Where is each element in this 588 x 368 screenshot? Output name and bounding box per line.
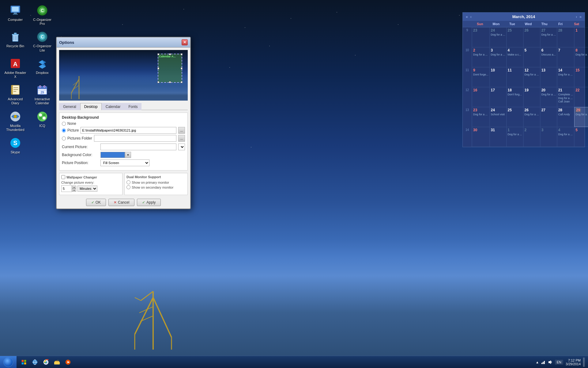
cal-day-cell[interactable]: 30 xyxy=(472,127,490,147)
cal-day-cell[interactable]: 25 xyxy=(507,27,523,47)
drag-handle-bm[interactable] xyxy=(169,81,171,83)
radio-none-input[interactable] xyxy=(62,122,66,126)
taskbar-icon-chrome[interactable] xyxy=(41,357,51,367)
cal-day-cell[interactable]: 11 xyxy=(507,67,523,87)
taskbar-icon-windows-flag[interactable] xyxy=(19,357,29,367)
cal-day-cell[interactable]: 9Dont forge... xyxy=(472,67,490,87)
cal-day-cell[interactable]: 13 xyxy=(540,67,557,87)
cal-day-cell[interactable]: 21Complete ...Dog for a ...Call Joan xyxy=(557,87,575,107)
desktop-icon-adobe-reader[interactable]: A Adobe Reader X xyxy=(3,56,28,80)
cal-day-cell[interactable]: 27 xyxy=(540,107,557,127)
cancel-button[interactable]: ✕ Cancel xyxy=(108,199,134,206)
cal-day-cell[interactable]: 18Don't forg... xyxy=(507,87,523,107)
cal-nav-next[interactable]: › xyxy=(575,15,578,19)
spinner-down[interactable]: ▼ xyxy=(72,189,76,192)
ok-button[interactable]: ✓ OK xyxy=(86,199,106,206)
desktop-icon-mozilla-thunderbird[interactable]: Mozilla Thunderbird xyxy=(3,109,28,133)
cal-day-cell[interactable]: 10 xyxy=(490,67,507,87)
interval-value-input[interactable] xyxy=(61,185,72,192)
cal-day-cell[interactable]: 6Discuss a... xyxy=(540,47,557,67)
cal-day-cell[interactable]: 17 xyxy=(490,87,507,107)
picture-browse-button[interactable]: ... xyxy=(178,127,185,134)
pictures-folder-input[interactable] xyxy=(94,135,176,142)
cal-day-cell[interactable]: 1 xyxy=(574,27,588,47)
apply-button[interactable]: ✓ Apply xyxy=(137,199,161,206)
cal-day-cell[interactable]: 28Call Andy xyxy=(557,107,575,127)
cal-day-cell[interactable]: 5 xyxy=(523,47,540,67)
start-button[interactable] xyxy=(0,356,17,368)
cal-day-cell[interactable]: 5 xyxy=(574,127,588,147)
taskbar-icon-media-player[interactable] xyxy=(63,357,73,367)
cal-day-cell[interactable]: 24Dog for a ... xyxy=(490,27,507,47)
cal-day-cell[interactable]: 1Dog for a ... xyxy=(507,127,523,147)
cal-day-cell[interactable]: 22 xyxy=(574,87,588,107)
show-secondary-radio[interactable] xyxy=(126,185,130,189)
tab-calendar[interactable]: Calendar xyxy=(102,103,125,110)
cal-day-cell[interactable]: 4Dog for a ... xyxy=(557,127,575,147)
bg-color-dropdown[interactable]: ▼ xyxy=(125,152,131,158)
cal-day-cell[interactable]: 25 xyxy=(507,107,523,127)
drag-handle-ml[interactable] xyxy=(157,67,159,69)
show-primary-radio[interactable] xyxy=(126,180,130,184)
cal-day-cell[interactable]: 3 xyxy=(540,127,557,147)
bg-color-swatch[interactable] xyxy=(100,152,125,158)
radio-picture[interactable]: Picture xyxy=(62,128,79,132)
cal-day-cell[interactable]: 23Dog for a ... xyxy=(472,107,490,127)
current-picture-dropdown[interactable]: ▼ xyxy=(178,144,185,150)
picture-position-select[interactable]: Fill Screen xyxy=(100,159,149,166)
desktop-icon-dropbox[interactable]: Dropbox xyxy=(30,56,55,80)
drag-handle-tr[interactable] xyxy=(181,53,183,55)
interval-unit-select[interactable]: Minutes xyxy=(77,186,97,192)
dialog-close-button[interactable]: ✕ xyxy=(182,39,188,45)
cal-day-cell[interactable]: 16 xyxy=(472,87,490,107)
cal-day-cell[interactable]: 24School visit xyxy=(490,107,507,127)
drag-handle-tm[interactable] xyxy=(169,53,171,55)
cal-day-cell[interactable]: 3Dog for a ... xyxy=(490,47,507,67)
taskbar-icon-file-explorer[interactable] xyxy=(52,357,62,367)
tab-desktop[interactable]: Desktop xyxy=(80,103,102,110)
radio-pictures-folder[interactable]: Pictures Folder xyxy=(62,136,92,140)
cal-day-cell[interactable]: 28 xyxy=(557,27,575,47)
radio-pictures-folder-input[interactable] xyxy=(62,136,66,140)
desktop-icon-advanced-diary[interactable]: Advanced Diary xyxy=(3,82,28,106)
cal-day-cell[interactable]: 12Dog for a ... xyxy=(523,67,540,87)
cal-day-cell[interactable]: 26Dog for a ... xyxy=(523,107,540,127)
desktop-icon-skype[interactable]: S Skype xyxy=(3,136,28,155)
desktop-icon-icq[interactable]: ICQ xyxy=(30,109,55,133)
cal-day-cell[interactable]: 26 xyxy=(523,27,540,47)
drag-handle-bl[interactable] xyxy=(157,81,159,83)
cal-day-cell[interactable]: 2Dog for a ... xyxy=(472,47,490,67)
desktop-icon-recycle-bin[interactable]: Recycle Bin xyxy=(3,29,28,53)
tab-fonts[interactable]: Fonts xyxy=(124,103,141,110)
show-desktop-button[interactable] xyxy=(583,358,585,367)
cal-day-cell[interactable]: 31 xyxy=(490,127,507,147)
wallpaper-changer-checkbox[interactable] xyxy=(61,175,65,179)
drag-handle-mr[interactable] xyxy=(181,67,183,69)
desktop-icon-computer[interactable]: Computer xyxy=(3,3,28,27)
drag-handle-tl[interactable] xyxy=(157,53,159,55)
cal-day-cell[interactable]: 14Dog for a ... xyxy=(557,67,575,87)
pictures-folder-browse-button[interactable]: ... xyxy=(178,135,185,142)
cal-day-cell[interactable]: 7 xyxy=(557,47,575,67)
picture-path-input[interactable] xyxy=(81,127,176,134)
drag-handle-br[interactable] xyxy=(181,81,183,83)
desktop-icon-interactive-calendar[interactable]: 29 Interactive Calendar xyxy=(30,82,55,106)
cal-day-cell[interactable]: 15 xyxy=(574,67,588,87)
cal-nav-prev[interactable]: ‹ xyxy=(470,15,472,19)
radio-picture-input[interactable] xyxy=(62,128,66,132)
cal-day-cell[interactable]: 4Make a c... xyxy=(507,47,523,67)
radio-none[interactable]: None xyxy=(62,121,185,126)
tab-general[interactable]: General xyxy=(59,103,80,110)
cal-day-cell[interactable]: 23 xyxy=(472,27,490,47)
current-picture-input[interactable] xyxy=(100,144,176,150)
cal-day-cell[interactable]: 19 xyxy=(523,87,540,107)
calendar-grid[interactable]: 92324Dog for a ...252627Dog for a ...281… xyxy=(463,27,585,147)
cal-day-cell[interactable]: 20Dog for a ... xyxy=(540,87,557,107)
taskbar-icon-internet-explorer[interactable] xyxy=(30,357,40,367)
desktop-icon-c-organizer-pro[interactable]: C C-Organizer Pro xyxy=(30,3,55,27)
cal-nav-prev-prev[interactable]: « xyxy=(465,15,469,19)
cal-nav-next-next[interactable]: » xyxy=(579,15,582,19)
cal-day-cell[interactable]: 8Dog for a ... xyxy=(574,47,588,67)
cal-day-cell[interactable]: 2 xyxy=(523,127,540,147)
spinner-up[interactable]: ▲ xyxy=(72,186,76,189)
